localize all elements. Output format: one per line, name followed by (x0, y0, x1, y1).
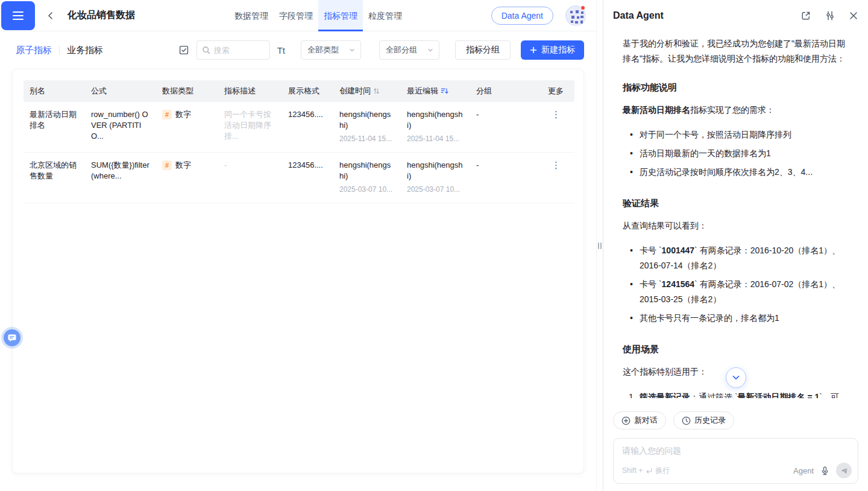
col-formula: 公式 (85, 80, 156, 102)
chat-input-box: Shift + 换行 Agent (613, 438, 858, 484)
list-item: 卡号 `1241564` 有两条记录：2016-07-02（排名1）、2015-… (623, 277, 849, 307)
agent-mode-label: Agent (793, 466, 814, 475)
newline-hint: Shift + 换行 (622, 466, 670, 476)
last-edited-label: 最近编辑 (407, 86, 438, 97)
panel-header: Data Agent (603, 0, 868, 31)
tab-data-management[interactable]: 数据管理 (229, 0, 274, 31)
hamburger-menu-button[interactable] (1, 1, 35, 30)
avatar[interactable] (565, 5, 586, 26)
number-type-icon: # (162, 160, 172, 170)
page-title: 化妆品销售数据 (68, 9, 135, 22)
search-box (197, 40, 270, 60)
metric-table-card: 别名 公式 数据类型 指标描述 展示格式 创建时间 最近编辑 (12, 69, 584, 474)
enter-key-icon (645, 467, 653, 475)
cell-formula: row_number() OVER (PARTITIO... (85, 102, 156, 153)
list-item: 对于同一个卡号，按照活动日期降序排列 (623, 127, 849, 142)
tab-field-management[interactable]: 字段管理 (274, 0, 318, 31)
divider (59, 46, 60, 54)
new-chat-button[interactable]: 新对话 (613, 411, 666, 429)
card-number: 1001447 (662, 246, 695, 255)
type-filter-select[interactable]: 全部类型 (301, 40, 361, 60)
card-number: 1241564 (662, 279, 695, 289)
scroll-to-bottom-button[interactable] (726, 367, 746, 388)
col-display-format: 展示格式 (282, 80, 333, 102)
list-item: 活动日期最新的一天的数据排名为1 (623, 146, 849, 161)
created-at: 2025-03-07 10... (339, 184, 395, 195)
col-last-edited[interactable]: 最近编辑 (401, 80, 470, 102)
cell-group: - (470, 102, 542, 153)
clock-icon (682, 416, 691, 425)
verify-lead: 从查询结果可以看到： (623, 218, 849, 233)
metric-name-bold: 最新活动日期排名 (623, 105, 690, 115)
edited-by: hengshi(hengshi) (407, 110, 463, 130)
col-alias: 别名 (24, 80, 85, 102)
microphone-button[interactable] (820, 466, 830, 476)
table-row[interactable]: 最新活动日期排名 row_number() OVER (PARTITIO... … (24, 102, 574, 153)
cell-data-type: #数字 (156, 153, 218, 203)
panel-resize-handle[interactable] (597, 241, 603, 250)
metric-type-tabs: 原子指标 业务指标 (16, 45, 103, 56)
table-header-row: 别名 公式 数据类型 指标描述 展示格式 创建时间 最近编辑 (24, 80, 574, 102)
tab-atomic-metrics[interactable]: 原子指标 (16, 45, 52, 56)
notification-dot (580, 5, 585, 10)
send-icon (840, 467, 848, 475)
col-data-type: 数据类型 (156, 80, 218, 102)
type-filter-value: 全部类型 (307, 45, 339, 55)
microphone-icon (820, 466, 830, 476)
cell-data-type: #数字 (156, 102, 218, 153)
col-more: 更多 (542, 80, 574, 102)
cell-group: - (470, 153, 542, 203)
number-type-icon: # (162, 110, 172, 119)
row-more-button[interactable]: ⋮ (548, 109, 564, 120)
history-label: 历史记录 (694, 415, 726, 426)
new-metric-label: 新建指标 (541, 45, 575, 55)
group-filter-select[interactable]: 全部分组 (379, 40, 439, 60)
agent-chat-content: 基于我的分析和验证，我已经成功为您创建了"最新活动日期排名"指标。让我为您详细说… (603, 31, 868, 398)
col-created-at[interactable]: 创建时间 (333, 80, 401, 102)
avatar-pattern (568, 8, 586, 26)
list-item: 历史活动记录按时间顺序依次排名为2、3、4... (623, 165, 849, 180)
chat-input[interactable] (622, 446, 849, 455)
edited-by: hengshi(hengshi) (407, 160, 463, 180)
top-nav-tabs: 数据管理 字段管理 指标管理 粒度管理 (229, 0, 407, 31)
cell-edited: hengshi(hengshi)2025-03-07 10... (401, 153, 470, 203)
chevron-down-icon (427, 46, 434, 54)
section-heading-verify: 验证结果 (623, 197, 849, 210)
created-at: 2025-11-04 15... (339, 133, 395, 144)
checklist-panel-icon[interactable] (178, 45, 189, 55)
back-button[interactable] (46, 11, 55, 21)
text-format-glyph: Tt (277, 45, 285, 55)
plus-circle-icon (621, 416, 631, 425)
sort-icon[interactable] (373, 87, 380, 95)
sliders-icon[interactable] (825, 10, 835, 21)
feedback-chat-button[interactable] (4, 329, 20, 346)
tab-business-metrics[interactable]: 业务指标 (67, 45, 103, 56)
topbar: 化妆品销售数据 数据管理 字段管理 指标管理 粒度管理 Data Agent (0, 0, 596, 31)
panel-footer: 新对话 历史记录 Shift + 换行 Agent (603, 398, 868, 491)
cell-description: - (218, 153, 282, 203)
text-format-toggle-icon[interactable]: Tt (277, 45, 285, 55)
tab-metric-management[interactable]: 指标管理 (318, 0, 363, 31)
cell-display-format: 123456.... (282, 153, 333, 203)
history-button[interactable]: 历史记录 (673, 411, 734, 429)
tab-granularity-management[interactable]: 粒度管理 (363, 0, 407, 31)
data-type-label: 数字 (175, 160, 191, 171)
data-agent-button[interactable]: Data Agent (491, 7, 553, 25)
metric-toolbar: 原子指标 业务指标 Tt 全部类型 全部分组 指标分组 (0, 31, 596, 69)
new-metric-button[interactable]: 新建指标 (521, 40, 584, 60)
data-agent-panel: Data Agent 基于我的分析和验证，我已经成功为您创建了"最新活动日期排名… (603, 0, 868, 491)
send-button[interactable] (836, 463, 852, 478)
close-icon[interactable] (849, 11, 858, 21)
row-more-button[interactable]: ⋮ (548, 160, 564, 171)
edited-at: 2025-03-07 10... (407, 184, 464, 195)
share-icon[interactable] (800, 10, 811, 21)
feature-lead-rest: 指标实现了您的需求： (690, 105, 775, 115)
section-heading-usage: 使用场景 (623, 343, 849, 356)
sort-desc-icon[interactable] (441, 87, 448, 95)
section-heading-feature: 指标功能说明 (623, 81, 849, 94)
list-item: 其他卡号只有一条记录的，排名都为1 (623, 311, 849, 326)
search-icon (202, 46, 210, 54)
table-row[interactable]: 北京区域的销售数量 SUM({数量})filter(where... #数字 -… (24, 153, 574, 203)
metric-group-button[interactable]: 指标分组 (455, 40, 511, 60)
main-area: 化妆品销售数据 数据管理 字段管理 指标管理 粒度管理 Data Agent (0, 0, 597, 491)
